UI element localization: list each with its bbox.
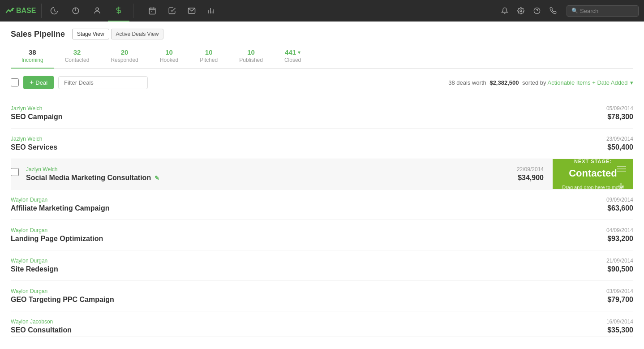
deal-date: 05/09/2014 <box>606 105 633 112</box>
deal-date: 09/09/2014 <box>606 197 633 203</box>
search-box[interactable]: 🔍 <box>567 5 639 17</box>
deal-info: Waylon Durgan Affiliate Marketing Campai… <box>11 197 606 212</box>
deal-name[interactable]: SEO Campaign <box>11 113 606 121</box>
deal-contact[interactable]: Waylon Durgan <box>11 288 606 294</box>
active-deals-view-button[interactable]: Active Deals View <box>111 29 164 39</box>
deal-info: Waylon Durgan Landing Page Optimization <box>11 227 606 243</box>
deal-date: 16/09/2014 <box>606 319 633 325</box>
deal-name[interactable]: Site Redesign <box>11 265 606 273</box>
deal-value: $34,900 <box>517 174 544 182</box>
deal-name[interactable]: Landing Page Optimization <box>11 235 606 243</box>
top-navigation: BASE <box>0 0 644 22</box>
table-row: Waylon Jacobson SEO Consultation 16/09/2… <box>11 311 633 336</box>
select-all-checkbox[interactable] <box>11 78 19 86</box>
tab-contacted[interactable]: 32 Contacted <box>54 45 100 69</box>
gear-icon[interactable] <box>513 3 529 19</box>
chart-icon[interactable] <box>202 0 221 22</box>
deal-contact[interactable]: Jazlyn Welch <box>26 166 517 172</box>
toolbar: + Deal 38 deals worth $2,382,500 sorted … <box>11 76 633 89</box>
tab-published[interactable]: 10 Published <box>228 45 274 69</box>
deal-info: Jazlyn Welch SEO Campaign <box>11 105 606 121</box>
deal-date: 21/09/2014 <box>606 258 633 264</box>
nav-separator-2 <box>133 4 133 18</box>
deal-date: 04/09/2014 <box>606 227 633 233</box>
svg-point-4 <box>96 8 99 10</box>
page-title: Sales Pipeline <box>11 30 65 39</box>
deal-contact[interactable]: Waylon Durgan <box>11 197 606 203</box>
deal-value: $79,700 <box>606 296 633 304</box>
deal-checkbox[interactable] <box>11 168 19 176</box>
deal-name[interactable]: SEO Services <box>11 143 606 151</box>
deal-name[interactable]: Affiliate Marketing Campaign <box>11 204 606 212</box>
deal-right: 16/09/2014 $35,300 <box>606 319 633 334</box>
deal-right: 22/09/2014 $34,900 <box>517 166 544 182</box>
deal-right: 05/09/2014 $78,300 <box>606 105 633 121</box>
table-row: Waylon Durgan Site Redesign 21/09/2014 $… <box>11 250 633 281</box>
nav-app-icons <box>142 0 221 22</box>
add-deal-button[interactable]: + Deal <box>23 76 54 89</box>
tab-pitched[interactable]: 10 Pitched <box>189 45 228 69</box>
stage-tabs: 38 Incoming 32 Contacted 20 Responded 10… <box>11 45 633 69</box>
deal-info: Waylon Durgan Site Redesign <box>11 258 606 273</box>
tab-hooked[interactable]: 10 Hooked <box>149 45 189 69</box>
svg-rect-6 <box>150 8 156 14</box>
tasks-icon[interactable] <box>162 0 182 22</box>
sort-link[interactable]: Actionable Items + Date Added ▾ <box>548 79 634 86</box>
deal-right: 03/09/2014 $79,700 <box>606 288 633 304</box>
deal-contact[interactable]: Waylon Jacobson <box>11 319 606 325</box>
edit-icon[interactable]: ✎ <box>155 175 159 181</box>
deal-value: $50,400 <box>606 143 633 151</box>
bell-icon[interactable] <box>497 3 513 19</box>
phone-icon[interactable] <box>545 3 561 19</box>
deal-value: $90,500 <box>606 265 633 273</box>
page-content: Sales Pipeline Stage View Active Deals V… <box>0 22 644 349</box>
filter-deals-input[interactable] <box>58 76 148 89</box>
tab-incoming[interactable]: 38 Incoming <box>11 45 54 69</box>
deal-contact[interactable]: Jazlyn Welch <box>11 136 606 142</box>
dollar-icon[interactable] <box>108 0 129 22</box>
next-stage-name: Contacted <box>569 168 617 179</box>
table-row: Jazlyn Welch SEO Campaign 05/09/2014 $78… <box>11 98 633 129</box>
deal-info: Waylon Jacobson SEO Consultation <box>11 319 606 334</box>
person-icon[interactable] <box>86 0 108 22</box>
deal-info: Jazlyn Welch SEO Services <box>11 136 606 151</box>
deal-right: 23/09/2014 $50,400 <box>606 136 633 151</box>
stage-view-button[interactable]: Stage View <box>72 29 109 39</box>
deal-name[interactable]: GEO Targeting PPC Campaign <box>11 296 606 304</box>
deal-name[interactable]: SEO Consultation <box>11 326 606 334</box>
closed-dropdown-arrow: ▾ <box>298 49 301 56</box>
nav-right-icons <box>497 3 561 19</box>
deal-summary: 38 deals worth $2,382,500 sorted by Acti… <box>448 79 633 86</box>
table-row: Waylon Durgan GEO Targeting PPC Campaign… <box>11 281 633 311</box>
search-input[interactable] <box>580 8 634 14</box>
deal-info: Waylon Durgan GEO Targeting PPC Campaign <box>11 288 606 304</box>
deal-date: 22/09/2014 <box>517 166 544 172</box>
deal-date: 23/09/2014 <box>606 136 633 142</box>
drag-handle-lines <box>617 166 626 173</box>
question-icon[interactable] <box>529 3 545 19</box>
deal-info: Jazlyn Welch Social Media Marketing Cons… <box>26 166 517 182</box>
email-icon[interactable] <box>182 0 202 22</box>
power-icon[interactable] <box>65 0 86 22</box>
nav-icons-left <box>43 0 129 22</box>
tab-closed[interactable]: 441 ▾ Closed <box>274 45 312 68</box>
next-stage-label: NEXT STAGE: <box>574 159 612 164</box>
search-icon: 🔍 <box>571 8 578 14</box>
app-logo[interactable]: BASE <box>5 6 36 15</box>
table-row: Waylon Durgan Affiliate Marketing Campai… <box>11 190 633 220</box>
deal-list: Jazlyn Welch SEO Campaign 05/09/2014 $78… <box>11 98 633 336</box>
deal-contact[interactable]: Jazlyn Welch <box>11 105 606 112</box>
table-row: Jazlyn Welch SEO Services 23/09/2014 $50… <box>11 129 633 159</box>
deal-date: 03/09/2014 <box>606 288 633 294</box>
deal-right: 04/09/2014 $93,200 <box>606 227 633 243</box>
deal-contact[interactable]: Waylon Durgan <box>11 227 606 233</box>
deal-contact[interactable]: Waylon Durgan <box>11 258 606 264</box>
speedometer-icon[interactable] <box>43 0 65 22</box>
page-header: Sales Pipeline Stage View Active Deals V… <box>11 29 633 39</box>
drag-drop-panel: ✛ NEXT STAGE: Contacted Drag and drop he… <box>553 159 633 189</box>
tab-responded[interactable]: 20 Responded <box>100 45 149 69</box>
nav-separator-1 <box>41 4 42 18</box>
deal-right: 09/09/2014 $63,600 <box>606 197 633 212</box>
deal-name[interactable]: Social Media Marketing Consultation ✎ <box>26 174 517 182</box>
calendar-icon[interactable] <box>142 0 162 22</box>
